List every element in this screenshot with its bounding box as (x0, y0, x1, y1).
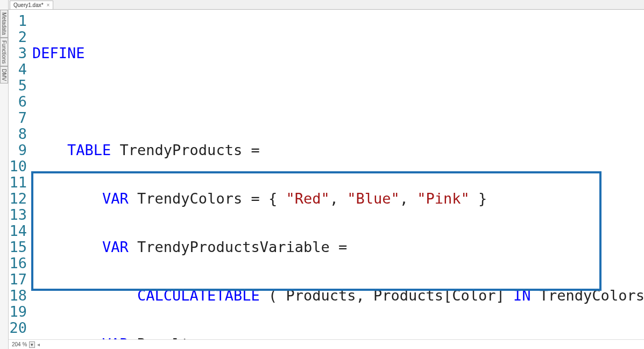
line-number: 9 (9, 142, 27, 158)
identifier: Result = (129, 336, 216, 339)
args: ( Products, Products[Color] (260, 287, 513, 304)
code-line: DEFINE (32, 45, 644, 61)
main-panel: Query1.dax* × 1 2 3 4 5 6 7 8 9 10 11 (9, 0, 644, 349)
line-number: 19 (9, 304, 27, 320)
code-line: VAR TrendyColors = { "Red", "Blue", "Pin… (32, 191, 644, 207)
line-number: 17 (9, 271, 27, 288)
sidebar-tab-metadata[interactable]: Metadata (0, 10, 8, 38)
editor-wrap: 1 2 3 4 5 6 7 8 9 10 11 12 13 14 15 16 1 (9, 10, 644, 339)
keyword: VAR (102, 239, 129, 255)
string: "Pink" (417, 190, 470, 207)
code-line: CALCULATETABLE ( Products, Products[Colo… (32, 288, 644, 304)
file-tab[interactable]: Query1.dax* × (10, 1, 53, 9)
keyword: IN (513, 287, 531, 304)
line-number: 7 (9, 110, 27, 126)
code-editor[interactable]: 1 2 3 4 5 6 7 8 9 10 11 12 13 14 15 16 1 (9, 10, 644, 339)
line-number: 1 (9, 13, 27, 29)
line-number: 13 (9, 207, 27, 223)
keyword: VAR (102, 190, 129, 207)
line-gutter: 1 2 3 4 5 6 7 8 9 10 11 12 13 14 15 16 1 (9, 10, 30, 339)
status-bar: 204 % ▾ ◂ (9, 339, 644, 349)
identifier: TrendyColors = { (129, 190, 286, 207)
zoom-dropdown-icon[interactable]: ▾ (29, 341, 35, 348)
code-line (32, 94, 644, 110)
code-line: VAR Result = (32, 336, 644, 339)
line-number: 3 (9, 45, 27, 61)
collapse-arrow-icon[interactable]: ◂ (37, 341, 40, 347)
line-number: 20 (9, 320, 27, 336)
line-number: 12 (9, 191, 27, 207)
line-number: 14 (9, 223, 27, 239)
sidebar-tab-functions[interactable]: Functions (0, 38, 8, 66)
keyword: DEFINE (32, 45, 85, 61)
string: "Blue" (347, 190, 400, 207)
line-number: 16 (9, 255, 27, 271)
string: "Red" (286, 190, 329, 207)
line-number: 11 (9, 174, 27, 191)
comma: , (400, 190, 417, 207)
line-number: 8 (9, 126, 27, 142)
identifier: TrendyProducts = (111, 142, 268, 158)
line-number: 4 (9, 61, 27, 78)
tab-bar: Query1.dax* × (9, 0, 644, 10)
code-area[interactable]: DEFINE TABLE TrendyProducts = VAR Trendy… (30, 10, 644, 339)
keyword: TABLE (67, 142, 111, 158)
close-icon[interactable]: × (47, 2, 50, 8)
app-root: Metadata Functions DMV Query1.dax* × 1 2… (0, 0, 644, 349)
sidebar: Metadata Functions DMV (0, 0, 9, 349)
line-number: 15 (9, 239, 27, 255)
comma: , (330, 190, 348, 207)
file-tab-label: Query1.dax* (13, 2, 44, 8)
code-line: TABLE TrendyProducts = (32, 142, 644, 158)
tail: } (470, 190, 487, 207)
tail: TrendyColors ) (531, 287, 644, 304)
line-number: 10 (9, 158, 27, 174)
sidebar-tab-dmv[interactable]: DMV (0, 66, 8, 83)
line-number: 5 (9, 78, 27, 94)
function: CALCULATETABLE (137, 287, 260, 304)
zoom-level[interactable]: 204 % (12, 341, 27, 347)
line-number: 6 (9, 94, 27, 110)
keyword: VAR (102, 336, 129, 339)
code-line: VAR TrendyProductsVariable = (32, 239, 644, 255)
line-number: 18 (9, 288, 27, 304)
line-number: 2 (9, 29, 27, 45)
identifier: TrendyProductsVariable = (129, 239, 356, 255)
